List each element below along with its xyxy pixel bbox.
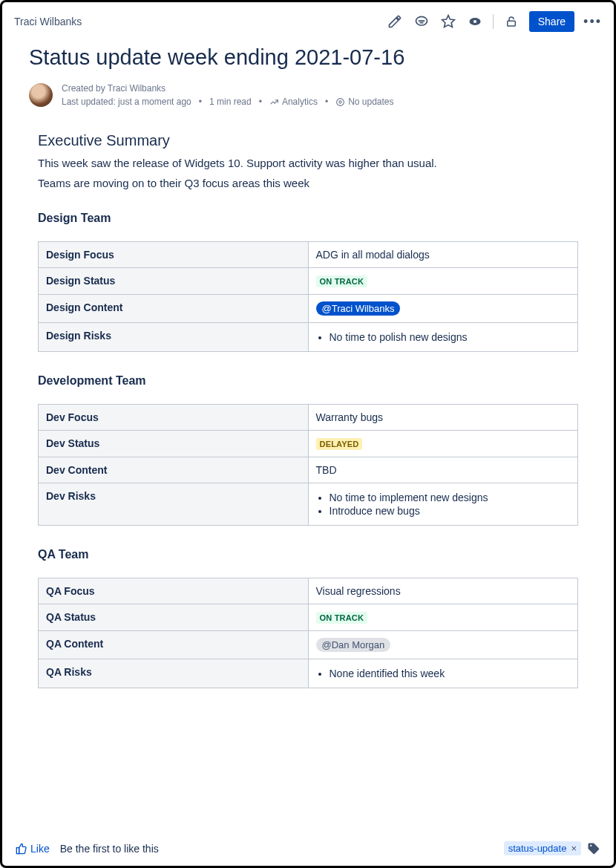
svg-point-3 bbox=[474, 20, 476, 23]
dev-status-value: DELAYED bbox=[308, 431, 578, 457]
table-row: Design Focus ADG in all modal dialogs bbox=[39, 242, 578, 268]
page-title: Status update week ending 2021-07-16 bbox=[29, 45, 587, 70]
design-status-label: Design Status bbox=[39, 268, 309, 295]
restrictions-icon[interactable] bbox=[502, 13, 520, 30]
table-row: Design Content @Traci Wilbanks bbox=[39, 295, 578, 323]
more-actions-icon[interactable]: ••• bbox=[583, 14, 602, 30]
qa-content-label: QA Content bbox=[39, 631, 309, 659]
table-row: Dev Focus Warranty bugs bbox=[39, 405, 578, 431]
dev-focus-label: Dev Focus bbox=[39, 405, 309, 431]
exec-summary-p2: Teams are moving on to their Q3 focus ar… bbox=[38, 177, 578, 189]
byline-text: Created by Traci Wilbanks Last updated: … bbox=[62, 82, 394, 108]
like-button[interactable]: Like bbox=[16, 843, 50, 855]
dot-separator bbox=[324, 95, 330, 108]
like-prompt: Be the first to like this bbox=[60, 843, 159, 855]
breadcrumb[interactable]: Traci Wilbanks bbox=[14, 16, 82, 27]
label-chip[interactable]: status-update × bbox=[504, 841, 581, 855]
svg-rect-7 bbox=[16, 847, 19, 853]
design-status-value: ON TRACK bbox=[308, 268, 578, 295]
remove-label-icon[interactable]: × bbox=[571, 843, 577, 854]
page-footer: Like Be the first to like this status-up… bbox=[2, 834, 614, 866]
list-item: No time to polish new designs bbox=[330, 331, 571, 343]
page-frame: Traci Wilbanks Share ••• Status update w… bbox=[0, 0, 616, 868]
table-row: QA Status ON TRACK bbox=[39, 604, 578, 631]
user-mention[interactable]: @Dan Morgan bbox=[316, 638, 391, 652]
topbar: Traci Wilbanks Share ••• bbox=[2, 2, 614, 35]
edit-icon[interactable] bbox=[386, 13, 404, 30]
design-risks-value: No time to polish new designs bbox=[308, 323, 578, 352]
analytics-link[interactable]: Analytics bbox=[269, 95, 318, 108]
qa-focus-value: Visual regressions bbox=[308, 578, 578, 604]
last-updated: Last updated: just a moment ago bbox=[62, 95, 191, 108]
design-team-table: Design Focus ADG in all modal dialogs De… bbox=[38, 241, 578, 352]
status-badge: ON TRACK bbox=[316, 275, 368, 287]
add-label-icon[interactable] bbox=[587, 842, 600, 855]
table-row: Dev Status DELAYED bbox=[39, 431, 578, 457]
qa-focus-label: QA Focus bbox=[39, 578, 309, 604]
author-link[interactable]: Traci Wilbanks bbox=[108, 83, 166, 94]
share-button[interactable]: Share bbox=[529, 11, 574, 32]
list-item: None identified this week bbox=[330, 668, 571, 679]
dot-separator bbox=[258, 95, 263, 108]
dev-risks-label: Dev Risks bbox=[39, 483, 309, 526]
design-content-label: Design Content bbox=[39, 295, 309, 323]
exec-summary-p1: This week saw the release of Widgets 10.… bbox=[38, 157, 578, 169]
comment-icon[interactable] bbox=[413, 13, 430, 30]
page-content: Executive Summary This week saw the rele… bbox=[2, 117, 614, 834]
qa-content-value: @Dan Morgan bbox=[308, 631, 578, 659]
byline: Created by Traci Wilbanks Last updated: … bbox=[29, 82, 587, 108]
exec-summary-heading: Executive Summary bbox=[38, 132, 578, 149]
design-team-heading: Design Team bbox=[38, 212, 578, 225]
table-row: Design Status ON TRACK bbox=[39, 268, 578, 295]
qa-status-label: QA Status bbox=[39, 604, 309, 631]
dev-content-label: Dev Content bbox=[39, 457, 309, 483]
avatar[interactable] bbox=[29, 83, 53, 107]
list-item: Introduce new bugs bbox=[330, 505, 571, 517]
user-mention[interactable]: @Traci Wilbanks bbox=[316, 301, 401, 316]
footer-right: status-update × bbox=[504, 841, 600, 855]
table-row: Dev Content TBD bbox=[39, 457, 578, 483]
qa-team-heading: QA Team bbox=[38, 548, 578, 561]
dev-focus-value: Warranty bugs bbox=[308, 405, 578, 431]
design-focus-value: ADG in all modal dialogs bbox=[308, 242, 578, 268]
dev-team-table: Dev Focus Warranty bugs Dev Status DELAY… bbox=[38, 404, 578, 526]
qa-risks-value: None identified this week bbox=[308, 659, 578, 688]
read-time: 1 min read bbox=[209, 95, 252, 108]
label-text: status-update bbox=[508, 843, 567, 854]
table-row: QA Content @Dan Morgan bbox=[39, 631, 578, 659]
status-badge: DELAYED bbox=[316, 438, 363, 450]
table-row: Design Risks No time to polish new desig… bbox=[39, 323, 578, 352]
table-row: QA Focus Visual regressions bbox=[39, 578, 578, 604]
design-content-value: @Traci Wilbanks bbox=[308, 295, 578, 323]
watch-icon[interactable] bbox=[466, 13, 484, 30]
dev-content-value: TBD bbox=[308, 457, 578, 483]
toolbar-separator bbox=[493, 14, 494, 29]
svg-point-5 bbox=[337, 98, 344, 105]
dot-separator bbox=[197, 95, 203, 108]
qa-risks-label: QA Risks bbox=[39, 659, 309, 688]
star-icon[interactable] bbox=[439, 13, 457, 30]
design-risks-label: Design Risks bbox=[39, 323, 309, 352]
status-badge: ON TRACK bbox=[316, 612, 368, 624]
dev-risks-value: No time to implement new designs Introdu… bbox=[308, 483, 578, 526]
no-updates-link[interactable]: No updates bbox=[335, 95, 393, 108]
qa-team-table: QA Focus Visual regressions QA Status ON… bbox=[38, 578, 578, 688]
dev-status-label: Dev Status bbox=[39, 431, 309, 457]
created-by-prefix: Created by bbox=[62, 83, 108, 94]
dev-team-heading: Development Team bbox=[38, 374, 578, 388]
toolbar-actions: Share ••• bbox=[386, 11, 602, 32]
svg-point-6 bbox=[339, 100, 341, 102]
table-row: QA Risks None identified this week bbox=[39, 659, 578, 688]
svg-marker-1 bbox=[442, 16, 454, 27]
list-item: No time to implement new designs bbox=[330, 492, 571, 503]
design-focus-label: Design Focus bbox=[39, 242, 309, 268]
svg-rect-4 bbox=[507, 21, 515, 26]
table-row: Dev Risks No time to implement new desig… bbox=[39, 483, 578, 526]
footer-left: Like Be the first to like this bbox=[16, 843, 159, 855]
qa-status-value: ON TRACK bbox=[308, 604, 578, 631]
